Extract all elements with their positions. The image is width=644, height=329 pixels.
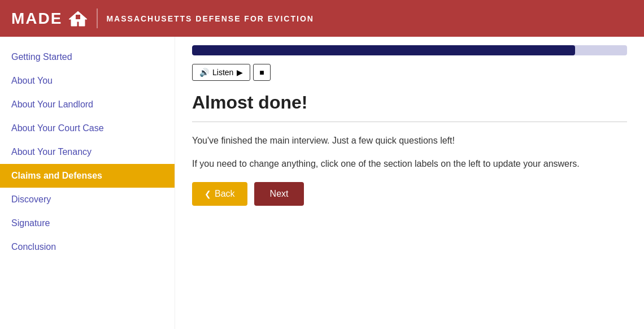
page-title: Almost done!	[192, 92, 627, 113]
sidebar-item-about-your-tenancy[interactable]: About Your Tenancy	[0, 140, 175, 164]
body-paragraph-2: If you need to change anything, click on…	[192, 157, 627, 171]
main-layout: Getting Started About You About Your Lan…	[0, 37, 644, 329]
header-subtitle: MASSACHUSETTS DEFENSE FOR EVICTION	[106, 14, 314, 23]
sidebar-label-discovery: Discovery	[11, 194, 51, 205]
next-button[interactable]: Next	[254, 182, 304, 206]
listen-label: Listen	[212, 68, 233, 77]
sidebar-label-about-your-court-case: About Your Court Case	[11, 123, 104, 133]
sidebar-label-about-your-tenancy: About Your Tenancy	[11, 147, 92, 157]
sidebar-item-claims-and-defenses[interactable]: Claims and Defenses	[0, 164, 175, 188]
sidebar-label-getting-started: Getting Started	[11, 52, 72, 62]
sidebar-item-about-your-court-case[interactable]: About Your Court Case	[0, 116, 175, 140]
action-buttons: ❮ Back Next	[192, 182, 627, 206]
sidebar-label-about-you: About You	[11, 76, 53, 86]
sidebar-label-signature: Signature	[11, 218, 50, 228]
listen-bar: 🔊 Listen ▶ ■	[192, 64, 627, 81]
back-button[interactable]: ❮ Back	[192, 182, 247, 206]
logo: MADE	[11, 10, 88, 28]
sidebar-label-about-your-landlord: About Your Landlord	[11, 99, 93, 110]
title-divider	[192, 122, 627, 122]
sidebar: Getting Started About You About Your Lan…	[0, 37, 175, 329]
house-icon	[68, 10, 88, 27]
stop-button[interactable]: ■	[253, 64, 270, 81]
sidebar-label-conclusion: Conclusion	[11, 242, 56, 252]
sidebar-item-about-you[interactable]: About You	[0, 69, 175, 93]
body-paragraph-1: You've finished the main interview. Just…	[192, 133, 627, 148]
sidebar-label-claims-and-defenses: Claims and Defenses	[11, 171, 102, 181]
main-content: 🔊 Listen ▶ ■ Almost done! You've finishe…	[175, 37, 644, 329]
sidebar-item-signature[interactable]: Signature	[0, 211, 175, 235]
speaker-icon: 🔊	[199, 68, 209, 77]
listen-button[interactable]: 🔊 Listen ▶	[192, 64, 250, 81]
stop-icon: ■	[259, 68, 264, 77]
play-icon: ▶	[237, 68, 243, 77]
back-label: Back	[215, 189, 235, 199]
app-header: MADE MASSACHUSETTS DEFENSE FOR EVICTION	[0, 0, 644, 37]
next-label: Next	[270, 189, 289, 198]
sidebar-item-getting-started[interactable]: Getting Started	[0, 45, 175, 69]
sidebar-item-conclusion[interactable]: Conclusion	[0, 235, 175, 259]
header-divider	[97, 8, 98, 28]
app-name: MADE	[11, 10, 62, 28]
sidebar-item-discovery[interactable]: Discovery	[0, 188, 175, 211]
svg-rect-1	[76, 15, 80, 19]
sidebar-item-about-your-landlord[interactable]: About Your Landlord	[0, 93, 175, 116]
progress-bar-container	[192, 45, 627, 55]
back-chevron-icon: ❮	[204, 189, 211, 198]
progress-bar-fill	[192, 45, 575, 55]
